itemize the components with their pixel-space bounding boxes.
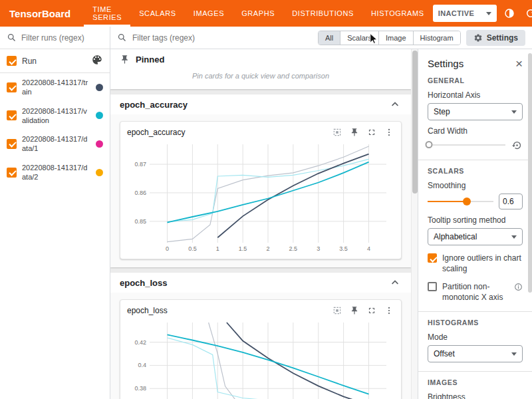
brightness-label: Brightness: [428, 392, 523, 399]
divider: [418, 160, 532, 160]
contrast-toggle-icon[interactable]: [501, 5, 518, 22]
histogram-mode-label: Mode: [428, 332, 523, 342]
more-options-icon[interactable]: [384, 305, 394, 316]
refresh-icon[interactable]: [522, 5, 532, 22]
chevron-down-icon: [511, 352, 517, 356]
divider: [418, 311, 532, 312]
run-name: 20220808-141317/data/1: [22, 134, 90, 154]
main-region: All Scalars Image Histogram Settings Pin…: [110, 27, 532, 399]
svg-text:1: 1: [216, 245, 219, 252]
tab-scalars[interactable]: SCALARS: [130, 0, 185, 27]
reset-icon[interactable]: [511, 139, 523, 151]
section-header[interactable]: epoch_loss: [110, 273, 411, 293]
tab-graphs[interactable]: GRAPHS: [233, 0, 283, 27]
card-width-slider[interactable]: [428, 140, 505, 150]
run-color-dot: [96, 140, 103, 148]
run-checkbox[interactable]: [7, 139, 17, 149]
epoch-accuracy-chart[interactable]: 00.511.522.533.540.850.860.87: [127, 139, 393, 253]
main-scrollbar[interactable]: [411, 49, 418, 399]
section-epoch-loss: epoch_loss epoch_loss: [110, 273, 411, 399]
settings-scrollbar-thumb[interactable]: [528, 53, 532, 293]
ignore-outliers-checkbox[interactable]: [428, 253, 437, 263]
histogram-mode-select[interactable]: Offset: [428, 345, 523, 362]
search-icon: [117, 33, 127, 43]
run-checkbox[interactable]: [7, 168, 17, 178]
tab-time-series[interactable]: TIME SERIES: [84, 0, 130, 27]
section-header[interactable]: epoch_accuracy: [110, 94, 411, 114]
svg-text:2: 2: [266, 245, 269, 252]
tooltip-sorting-select[interactable]: Alphabetical: [428, 228, 523, 245]
run-checkbox[interactable]: [7, 82, 17, 92]
scalar-card-epoch-loss: epoch_loss 00.511.522.533.540.360.380.40…: [120, 299, 402, 399]
chevron-down-icon: [486, 12, 491, 15]
filter-all-button[interactable]: All: [319, 31, 340, 45]
section-epoch-accuracy: epoch_accuracy epoch_accuracy: [110, 94, 411, 267]
svg-text:4: 4: [367, 245, 370, 252]
filter-image-button[interactable]: Image: [378, 31, 413, 45]
settings-button[interactable]: Settings: [466, 30, 525, 46]
select-all-runs-checkbox[interactable]: [7, 56, 17, 66]
settings-panel: Settings × GENERAL Horizontal Axis Step …: [418, 49, 532, 399]
filter-histogram-button[interactable]: Histogram: [413, 31, 460, 45]
run-name: 20220808-141317/validation: [22, 106, 90, 126]
card-header: epoch_accuracy: [127, 126, 394, 139]
gear-icon: [473, 33, 483, 43]
close-icon[interactable]: ×: [515, 57, 523, 70]
card-title: epoch_loss: [127, 306, 332, 315]
run-row[interactable]: 20220808-141317/train: [0, 73, 110, 102]
topbar-actions: INACTIVE ?: [433, 0, 532, 27]
chevron-down-icon: [511, 235, 517, 239]
filter-scalars-button[interactable]: Scalars: [340, 31, 378, 45]
data-status-dropdown[interactable]: INACTIVE: [433, 5, 497, 22]
settings-panel-header: Settings ×: [428, 57, 523, 70]
run-color-dot: [96, 84, 103, 91]
pinned-title: Pinned: [136, 55, 164, 65]
pin-icon[interactable]: [349, 127, 360, 138]
partition-x-axis-row[interactable]: Partition non-monotonic X axis: [428, 282, 523, 303]
pin-icon[interactable]: [349, 305, 360, 316]
images-heading: IMAGES: [428, 378, 523, 386]
svg-text:0.42: 0.42: [134, 339, 146, 346]
tooltip-sorting-value: Alphabetical: [434, 232, 477, 241]
fit-to-domain-icon[interactable]: [332, 305, 342, 316]
card-width-label: Card Width: [428, 126, 523, 136]
section-body: epoch_accuracy 00.511.522.533.540.850.86…: [110, 114, 411, 267]
fit-to-domain-icon[interactable]: [332, 127, 342, 138]
tab-distributions[interactable]: DISTRIBUTIONS: [283, 0, 362, 27]
card-header: epoch_loss: [127, 304, 394, 317]
partition-x-axis-checkbox[interactable]: [428, 282, 437, 291]
horizontal-axis-value: Step: [434, 107, 450, 116]
ignore-outliers-row[interactable]: Ignore outliers in chart scaling: [428, 253, 523, 274]
smoothing-input[interactable]: [499, 194, 523, 209]
chevron-up-icon[interactable]: [388, 276, 402, 289]
scrollbar-thumb[interactable]: [412, 51, 418, 194]
epoch-loss-chart[interactable]: 00.511.522.533.540.360.380.40.42: [127, 317, 393, 399]
run-checkbox[interactable]: [7, 110, 17, 120]
fullscreen-icon[interactable]: [366, 305, 377, 316]
cards-area: Pinned Pin cards for a quick view and co…: [110, 49, 411, 399]
scalars-heading: SCALARS: [428, 167, 523, 175]
pinned-empty-message: Pin cards for a quick view and compariso…: [110, 69, 411, 89]
settings-panel-title: Settings: [428, 58, 515, 69]
more-options-icon[interactable]: [384, 127, 394, 138]
card-title: epoch_accuracy: [127, 128, 332, 137]
run-row[interactable]: 20220808-141317/validation: [0, 102, 110, 130]
runs-filter-input[interactable]: [21, 33, 103, 43]
chevron-up-icon[interactable]: [388, 98, 402, 111]
pinned-block: Pinned Pin cards for a quick view and co…: [110, 49, 411, 89]
status-label: INACTIVE: [438, 9, 475, 17]
svg-text:0.5: 0.5: [188, 245, 197, 252]
smoothing-slider[interactable]: [428, 197, 493, 206]
plugin-type-filter-group: All Scalars Image Histogram: [318, 31, 461, 45]
fullscreen-icon[interactable]: [366, 127, 377, 138]
run-row[interactable]: 20220808-141317/data/1: [0, 130, 110, 158]
info-icon[interactable]: [514, 283, 523, 291]
tags-filter-input[interactable]: [132, 33, 313, 43]
palette-icon[interactable]: [91, 54, 103, 68]
horizontal-axis-select[interactable]: Step: [428, 103, 523, 120]
svg-text:0.86: 0.86: [134, 190, 146, 196]
run-name: 20220808-141317/data/2: [22, 163, 90, 182]
tab-histograms[interactable]: HISTOGRAMS: [362, 0, 433, 27]
run-row[interactable]: 20220808-141317/data/2: [0, 158, 110, 187]
tab-images[interactable]: IMAGES: [185, 0, 233, 27]
